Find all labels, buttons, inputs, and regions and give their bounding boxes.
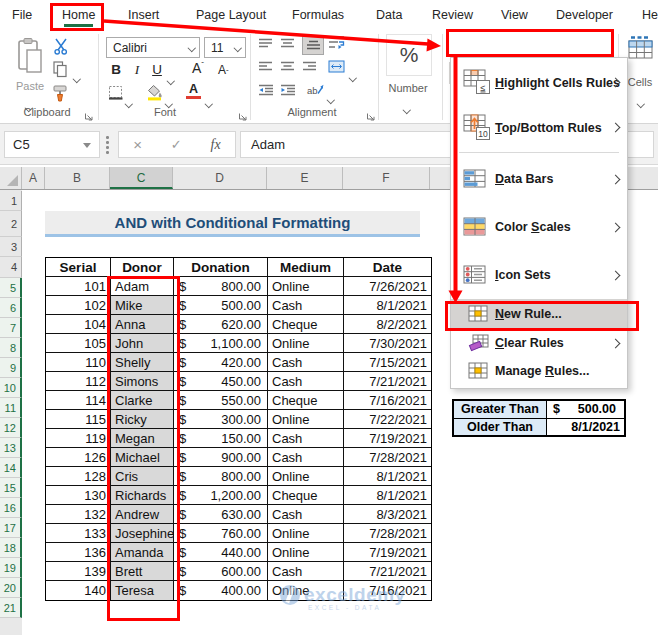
medium-cell[interactable]: Online <box>268 543 344 562</box>
serial-cell[interactable]: 132 <box>46 505 111 524</box>
medium-cell[interactable]: Cash <box>268 562 344 581</box>
tab-help[interactable]: Help <box>642 0 658 30</box>
select-all-corner[interactable] <box>0 167 22 189</box>
medium-cell[interactable]: Cheque <box>268 486 344 505</box>
row-header-4[interactable]: 4 <box>0 257 22 278</box>
menu-item-manage-rules[interactable]: Manage Rules... <box>451 357 627 385</box>
row-header-13[interactable]: 13 <box>0 438 22 458</box>
percent-style-button[interactable]: % <box>386 34 432 76</box>
name-box[interactable]: C5 <box>4 131 100 158</box>
alignment-dialog-launcher[interactable] <box>366 107 376 117</box>
donation-cell[interactable]: $150.00 <box>174 429 268 448</box>
menu-item-color-scales[interactable]: Color Scales <box>451 203 627 251</box>
criteria-value[interactable]: 8/1/2021 <box>547 419 624 436</box>
medium-cell[interactable]: Cash <box>268 372 344 391</box>
format-painter-button[interactable] <box>52 84 69 102</box>
date-cell[interactable]: 7/22/2021 <box>344 410 431 429</box>
menu-item-icon-sets[interactable]: Icon Sets <box>451 251 627 299</box>
criteria-value[interactable]: $500.00 <box>547 401 624 418</box>
medium-cell[interactable]: Cheque <box>268 391 344 410</box>
column-header-E[interactable]: E <box>267 167 343 189</box>
row-header-18[interactable]: 18 <box>0 538 22 558</box>
serial-cell[interactable]: 130 <box>46 486 111 505</box>
date-cell[interactable]: 8/1/2021 <box>344 296 431 315</box>
borders-button[interactable] <box>108 85 123 100</box>
copy-dropdown-chevron[interactable] <box>74 67 80 85</box>
donation-cell[interactable]: $500.00 <box>174 296 268 315</box>
orientation-dropdown-chevron[interactable] <box>328 88 334 106</box>
name-box-dropdown-arrow[interactable] <box>83 143 91 148</box>
decrease-font-button[interactable]: Aˇ <box>218 62 229 77</box>
medium-cell[interactable]: Cheque <box>268 315 344 334</box>
tab-formulas[interactable]: Formulas <box>292 0 344 30</box>
medium-cell[interactable]: Cash <box>268 353 344 372</box>
font-dialog-launcher[interactable] <box>238 107 248 117</box>
underline-dropdown-chevron[interactable] <box>168 69 174 87</box>
donor-cell[interactable]: Brett <box>111 562 174 581</box>
row-header-17[interactable]: 17 <box>0 518 22 538</box>
donor-cell[interactable]: Cris <box>111 467 174 486</box>
insert-cells-button[interactable] <box>628 36 654 60</box>
font-color-button[interactable]: A <box>186 83 201 99</box>
donor-cell[interactable]: Anna <box>111 315 174 334</box>
date-cell[interactable]: 7/15/2021 <box>344 353 431 372</box>
row-header-20[interactable]: 20 <box>0 578 22 598</box>
serial-cell[interactable]: 126 <box>46 448 111 467</box>
donor-cell[interactable]: Josephine <box>111 524 174 543</box>
date-cell[interactable]: 7/30/2021 <box>344 334 431 353</box>
donor-cell[interactable]: Michael <box>111 448 174 467</box>
date-cell[interactable]: 8/1/2021 <box>344 467 431 486</box>
row-header-5[interactable]: 5 <box>0 278 22 298</box>
align-center-icon[interactable] <box>280 61 295 73</box>
column-header-F[interactable]: F <box>343 167 430 189</box>
row-header-15[interactable]: 15 <box>0 478 22 498</box>
donation-cell[interactable]: $800.00 <box>174 277 268 296</box>
align-right-icon[interactable] <box>302 61 317 73</box>
insert-function-icon[interactable]: fx <box>211 137 221 153</box>
row-header-16[interactable]: 16 <box>0 498 22 518</box>
cancel-icon[interactable]: × <box>133 136 142 153</box>
serial-cell[interactable]: 115 <box>46 410 111 429</box>
date-cell[interactable]: 7/19/2021 <box>344 429 431 448</box>
medium-cell[interactable]: Online <box>268 581 344 600</box>
tab-insert[interactable]: Insert <box>128 0 159 30</box>
paste-label[interactable]: Paste <box>10 80 50 92</box>
menu-item-highlight-cells-rules[interactable]: ≤Highlight Cells Rules <box>451 60 627 105</box>
decrease-indent-icon[interactable] <box>258 84 274 96</box>
medium-cell[interactable]: Cash <box>268 429 344 448</box>
donor-cell[interactable]: Andrew <box>111 505 174 524</box>
date-cell[interactable]: 7/16/2021 <box>344 581 431 600</box>
copy-button[interactable] <box>53 61 68 78</box>
donor-cell[interactable]: Mike <box>111 296 174 315</box>
row-header-10[interactable]: 10 <box>0 378 22 398</box>
date-cell[interactable]: 8/2/2021 <box>344 315 431 334</box>
donation-cell[interactable]: $1,100.00 <box>174 334 268 353</box>
date-cell[interactable]: 7/28/2021 <box>344 524 431 543</box>
medium-cell[interactable]: Online <box>268 524 344 543</box>
donation-cell[interactable]: $300.00 <box>174 410 268 429</box>
font-name-combo[interactable]: Calibri <box>106 37 200 58</box>
donor-cell[interactable]: Clarke <box>111 391 174 410</box>
donation-cell[interactable]: $400.00 <box>174 581 268 600</box>
row-header-3[interactable]: 3 <box>0 237 22 257</box>
serial-cell[interactable]: 136 <box>46 543 111 562</box>
date-cell[interactable]: 7/16/2021 <box>344 391 431 410</box>
serial-cell[interactable]: 110 <box>46 353 111 372</box>
donation-cell[interactable]: $450.00 <box>174 372 268 391</box>
enter-icon[interactable]: ✓ <box>171 137 182 152</box>
font-size-combo[interactable]: 11 <box>204 37 246 58</box>
medium-cell[interactable]: Online <box>268 334 344 353</box>
underline-button[interactable]: U <box>150 62 164 77</box>
tab-view[interactable]: View <box>501 0 528 30</box>
italic-button[interactable]: I <box>130 62 144 78</box>
column-header-B[interactable]: B <box>45 167 110 189</box>
wrap-text-icon[interactable] <box>328 35 345 50</box>
row-header-14[interactable]: 14 <box>0 458 22 478</box>
row-header-21[interactable]: 21 <box>0 598 22 618</box>
row-header-12[interactable]: 12 <box>0 418 22 438</box>
tab-page-layout[interactable]: Page Layout <box>196 0 266 30</box>
donation-cell[interactable]: $420.00 <box>174 353 268 372</box>
middle-align-icon[interactable] <box>280 38 295 50</box>
menu-item-top-bottom-rules[interactable]: 10Top/Bottom Rules <box>451 105 627 150</box>
date-cell[interactable]: 7/19/2021 <box>344 543 431 562</box>
